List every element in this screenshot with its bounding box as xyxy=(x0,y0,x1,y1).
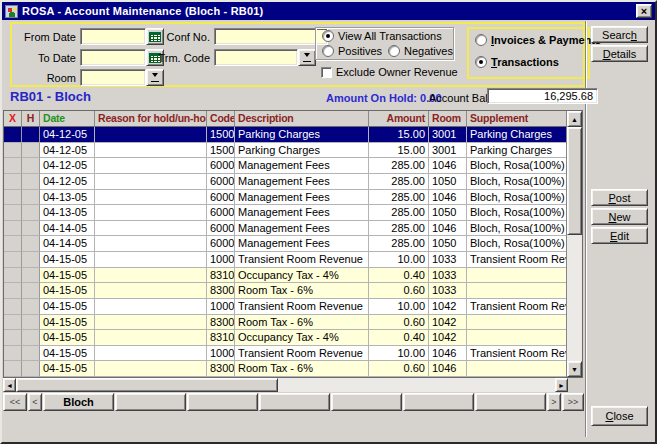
account-tab[interactable] xyxy=(403,393,474,411)
radio-view-all-transactions[interactable]: View All Transactions xyxy=(322,30,442,42)
arrow-up-icon: ▲ xyxy=(571,116,578,123)
table-row[interactable]: 04-15-05 1000 Transient Room Revenue 10.… xyxy=(4,346,566,362)
prev-account-button[interactable]: < xyxy=(28,393,42,411)
from-date-input[interactable] xyxy=(80,28,146,45)
horizontal-scrollbar[interactable]: ◄ ► xyxy=(3,378,568,392)
account-tab[interactable] xyxy=(115,393,186,411)
cell-reason xyxy=(95,299,207,315)
new-button[interactable]: New xyxy=(591,208,648,225)
table-row[interactable]: 04-12-05 6000 Management Fees 285.00 105… xyxy=(4,174,566,190)
col-header-code[interactable]: Code xyxy=(207,111,235,127)
first-account-button[interactable]: << xyxy=(3,393,27,411)
cell-hold-h xyxy=(22,330,40,346)
cell-reason xyxy=(95,174,207,190)
table-row[interactable]: 04-14-05 6000 Management Fees 285.00 104… xyxy=(4,221,566,237)
col-header-amount[interactable]: Amount xyxy=(369,111,429,127)
col-header-x[interactable]: X xyxy=(4,111,22,127)
conf-no-label: Conf No. xyxy=(158,31,210,43)
edit-button[interactable]: Edit xyxy=(591,227,648,244)
radio-icon[interactable] xyxy=(322,45,334,57)
scroll-right-button[interactable]: ► xyxy=(555,378,568,392)
table-row[interactable]: 04-15-05 1000 Transient Room Revenue 10.… xyxy=(4,252,566,268)
col-header-room[interactable]: Room xyxy=(429,111,467,127)
horizontal-scroll-thumb[interactable] xyxy=(16,378,278,392)
cell-amount: 0.60 xyxy=(369,361,429,377)
scroll-down-button[interactable]: ▼ xyxy=(567,361,582,377)
table-row[interactable]: 04-13-05 6000 Management Fees 285.00 104… xyxy=(4,190,566,206)
table-row[interactable]: 04-12-05 6000 Management Fees 285.00 104… xyxy=(4,158,566,174)
details-button[interactable]: Details xyxy=(591,45,648,62)
account-tab-bar: << < Bloch > >> xyxy=(3,393,584,411)
room-input[interactable] xyxy=(80,69,146,86)
account-tab[interactable] xyxy=(187,393,258,411)
cell-amount: 0.40 xyxy=(369,268,429,284)
cell-description: Management Fees xyxy=(235,236,369,252)
cell-hold-h xyxy=(22,252,40,268)
transaction-rows: 04-12-05 1500 Parking Charges 15.00 3001… xyxy=(4,127,566,377)
room-dropdown-button[interactable] xyxy=(146,69,164,86)
col-header-h[interactable]: H xyxy=(22,111,40,127)
radio-icon[interactable] xyxy=(475,34,487,46)
table-row[interactable]: 04-14-05 6000 Management Fees 285.00 105… xyxy=(4,236,566,252)
cell-date: 04-13-05 xyxy=(40,190,95,206)
cell-amount: 0.60 xyxy=(369,283,429,299)
table-row[interactable]: 04-15-05 8310 Occupancy Tax - 4% 0.40 10… xyxy=(4,330,566,346)
table-row[interactable]: 04-15-05 8300 Room Tax - 6% 0.60 1033 xyxy=(4,283,566,299)
cell-amount: 10.00 xyxy=(369,252,429,268)
cell-code: 8300 xyxy=(207,315,235,331)
cell-amount: 285.00 xyxy=(369,236,429,252)
cell-hold-h xyxy=(22,174,40,190)
radio-icon[interactable] xyxy=(475,56,487,68)
cell-date: 04-15-05 xyxy=(40,299,95,315)
table-row[interactable]: 04-13-05 6000 Management Fees 285.00 105… xyxy=(4,205,566,221)
radio-invoices-payments[interactable]: Invoices & Payments xyxy=(475,34,601,46)
exclude-owner-revenue-checkbox[interactable]: Exclude Owner Revenue xyxy=(321,66,458,78)
account-tab[interactable] xyxy=(475,393,546,411)
to-date-input[interactable] xyxy=(80,49,146,66)
col-header-supplement[interactable]: Supplement xyxy=(467,111,566,127)
cell-date: 04-12-05 xyxy=(40,174,95,190)
conf-no-input[interactable] xyxy=(214,28,328,45)
vertical-scroll-thumb[interactable] xyxy=(567,127,582,235)
radio-transactions[interactable]: Transactions xyxy=(475,56,559,68)
col-header-reason[interactable]: Reason for hold/un-hold xyxy=(95,111,207,127)
col-header-date[interactable]: Date xyxy=(40,111,95,127)
radio-icon[interactable] xyxy=(388,45,400,57)
table-row[interactable]: 04-12-05 1500 Parking Charges 15.00 3001… xyxy=(4,143,566,159)
search-button-label: Search xyxy=(602,29,637,41)
next-account-button[interactable]: > xyxy=(547,393,561,411)
trm-code-input[interactable] xyxy=(214,49,298,66)
scroll-up-button[interactable]: ▲ xyxy=(567,111,582,127)
mode-group: Invoices & Payments Transactions xyxy=(467,27,590,79)
col-header-description[interactable]: Description xyxy=(235,111,369,127)
radio-negatives[interactable]: Negatives xyxy=(388,45,453,57)
scroll-left-button[interactable]: ◄ xyxy=(3,378,16,392)
last-account-button[interactable]: >> xyxy=(562,393,584,411)
table-row[interactable]: 04-15-05 8300 Room Tax - 6% 0.60 1046 xyxy=(4,361,566,377)
search-button[interactable]: Search xyxy=(591,26,648,43)
cell-code: 1000 xyxy=(207,299,235,315)
table-row[interactable]: 04-15-05 8300 Room Tax - 6% 0.60 1042 xyxy=(4,315,566,331)
cell-reason xyxy=(95,346,207,362)
trm-code-dropdown-button[interactable] xyxy=(298,49,316,66)
titlebar[interactable]: ROSA - Account Maintenance (Bloch - RB01… xyxy=(2,2,655,20)
radio-icon[interactable] xyxy=(322,30,334,42)
table-row[interactable]: 04-15-05 1000 Transient Room Revenue 10.… xyxy=(4,299,566,315)
account-tab[interactable] xyxy=(259,393,330,411)
edit-button-label: Edit xyxy=(610,230,629,242)
table-row[interactable]: 04-12-05 1500 Parking Charges 15.00 3001… xyxy=(4,127,566,143)
vertical-scrollbar[interactable]: ▲ ▼ xyxy=(566,111,582,377)
cell-date: 04-14-05 xyxy=(40,236,95,252)
account-tab[interactable] xyxy=(331,393,402,411)
cell-hold-h xyxy=(22,236,40,252)
checkbox-icon[interactable] xyxy=(321,67,332,78)
table-row[interactable]: 04-15-05 8310 Occupancy Tax - 4% 0.40 10… xyxy=(4,268,566,284)
grid: X H Date Reason for hold/un-hold Code De… xyxy=(4,111,566,377)
close-button[interactable]: Close xyxy=(591,406,648,426)
cell-hold-h xyxy=(22,268,40,284)
radio-positives[interactable]: Positives xyxy=(322,45,382,57)
cell-amount: 285.00 xyxy=(369,174,429,190)
post-button[interactable]: Post xyxy=(591,189,648,206)
window-close-button[interactable]: × xyxy=(636,4,652,18)
account-tab[interactable]: Bloch xyxy=(43,393,114,411)
